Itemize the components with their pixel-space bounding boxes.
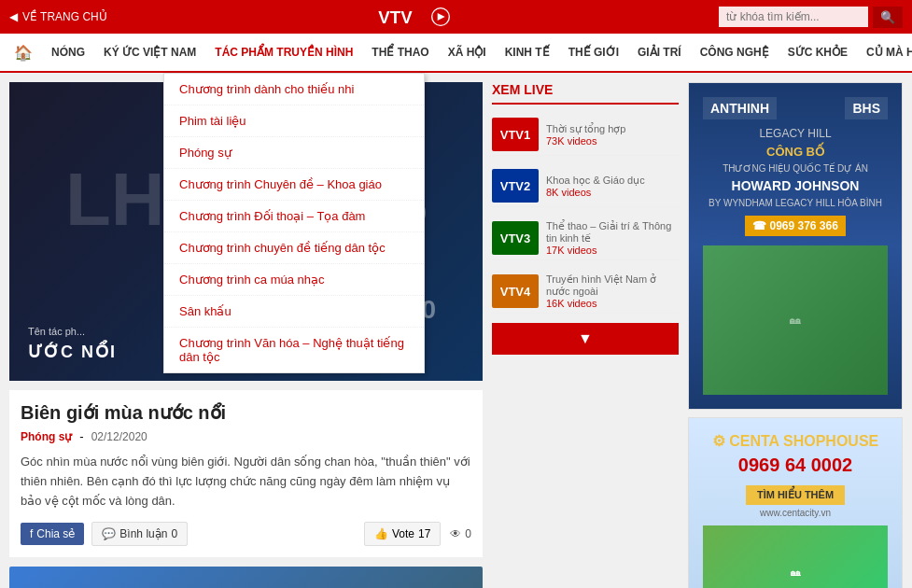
vtv2-logo: VTV2 [492,169,539,203]
main-content: LH 2020 40 NƯỚC NỔI Tên tác ph... ƯỚC NỔ… [0,73,912,588]
svg-marker-2 [438,13,445,21]
vtv1-count: 73K videos [546,135,679,147]
channel-vtv1[interactable]: VTV1 Thời sự tổng hợp 73K videos [492,114,679,156]
tac-pham-dropdown: Chương trình dành cho thiếu nhi Phim tài… [163,73,425,373]
vtv4-desc: Truyền hình Việt Nam ở nước ngoài [546,273,679,298]
bhs-image-placeholder: 🏘 [790,314,801,327]
dropdown-item-4[interactable]: Chương trình Đối thoại – Tọa đàm [164,201,424,232]
main-nav: 🏠 NÓNG KÝ ỨC VIỆT NAM TÁC PHẨM TRUYỀN HÌ… [0,34,912,73]
centa-ad-content: ⚙ CENTA SHOPHOUSE 0969 64 0002 TÌM HIỂU … [689,418,902,588]
nav-item-tac-pham[interactable]: TÁC PHẨM TRUYỀN HÌNH [205,34,362,71]
comment-count: 0 [171,527,177,540]
back-home-label: VỀ TRANG CHỦ [22,10,107,23]
centa-image: 🏘 [703,525,888,588]
nav-item-kinh-te[interactable]: KINH TẾ [496,34,559,71]
vtv2-info: Khoa học & Giáo dục 8K videos [546,175,679,198]
vtv-logo-svg: VTV [375,3,450,31]
nav-item-suc-khoe[interactable]: SỨC KHỎE [779,34,857,71]
search-input[interactable] [719,7,868,27]
dropdown-item-0[interactable]: Chương trình dành cho thiếu nhi [164,74,424,105]
channel-vtv3[interactable]: VTV3 Thể thao – Giải trí & Thông tin kin… [492,217,679,260]
nav-home[interactable]: 🏠 [5,34,42,71]
article-actions: f Chia sẻ 💬 Bình luận 0 👍 Vote 17 👁 [21,522,471,546]
chevron-down-icon: ▼ [578,330,593,347]
view-icon: 👁 [450,527,461,540]
nav-item-xa-hoi[interactable]: XÃ HỘI [439,34,496,71]
centa-ad[interactable]: ⚙ CENTA SHOPHOUSE 0969 64 0002 TÌM HIỂU … [688,417,903,588]
vote-icon: 👍 [374,527,388,540]
article-date: 02/12/2020 [91,430,147,443]
nav-item-cong-nghe[interactable]: CÔNG NGHỆ [691,34,779,71]
dropdown-item-6[interactable]: Chương trình ca múa nhạc [164,264,424,296]
comment-button[interactable]: 💬 Bình luận 0 [91,522,188,546]
back-arrow-icon: ◀ [9,10,18,23]
scroll-down-button[interactable]: ▼ [492,323,679,355]
bhs-logo: BHS [845,97,888,119]
share-button[interactable]: f Chia sẻ [21,523,84,545]
article-category[interactable]: Phóng sự [21,430,72,443]
vtv2-count: 8K videos [546,187,679,198]
share-label: Chia sẻ [36,527,75,540]
article-meta: Phóng sự - 02/12/2020 [21,429,471,443]
dropdown-item-7[interactable]: Sân khấu [164,296,424,328]
vtv-logo[interactable]: VTV [375,3,450,31]
view-count: 👁 0 [450,527,471,540]
bhs-ad[interactable]: ANTHINH BHS LEGACY HILL CÔNG BỐ THƯƠNG H… [688,82,903,410]
nav-item-the-gioi[interactable]: THẾ GIỚI [559,34,628,71]
search-button[interactable]: 🔍 [873,7,903,28]
video-watermark: LH [65,157,165,243]
howard-johnson-name: HOWARD JOHNSON [703,178,888,193]
channel-vtv4[interactable]: VTV4 Truyền hình Việt Nam ở nước ngoài 1… [492,270,679,314]
comment-label: Bình luận [119,527,167,540]
view-number: 0 [465,527,471,540]
nav-item-giai-tri[interactable]: GIẢI TRÍ [628,34,691,71]
dropdown-item-8[interactable]: Chương trình Văn hóa – Nghệ thuật tiếng … [164,328,424,372]
bhs-subtitle1: THƯƠNG HIỆU QUỐC TẾ DỰ ÁN [703,163,888,174]
nav-item-nong[interactable]: NÓNG [42,34,94,71]
article-description: Góc nhìn mùa nước nổi vùng biên giới. Ng… [21,453,471,511]
vtv4-info: Truyền hình Việt Nam ở nước ngoài 16K vi… [546,273,679,309]
header: ◀ VỀ TRANG CHỦ VTV 🔍 [0,0,912,34]
bhs-logos: ANTHINH BHS [703,97,888,119]
article-title: Biên giới mùa nước nổi [21,401,471,424]
dropdown-item-5[interactable]: Chương trình chuyên đề tiếng dân tộc [164,232,424,264]
dropdown-item-1[interactable]: Phim tài liệu [164,105,424,137]
svg-text:VTV: VTV [379,7,414,27]
dropdown-item-3[interactable]: Chương trình Chuyên đề – Khoa giáo [164,169,424,201]
dropdown-item-2[interactable]: Phóng sự [164,137,424,169]
centa-btn[interactable]: TÌM HIỂU THÊM [746,485,845,505]
vtv3-count: 17K videos [546,245,679,256]
bhs-ad-content: ANTHINH BHS LEGACY HILL CÔNG BỐ THƯƠNG H… [689,83,902,409]
vtv4-count: 16K videos [546,298,679,309]
anthinh-logo: ANTHINH [703,97,777,119]
xem-live-title: XEM LIVE [492,82,679,105]
vtv4-logo: VTV4 [492,274,539,308]
vtv3-desc: Thể thao – Giải trí & Thông tin kinh tế [546,220,679,245]
bhs-phone: ☎ 0969 376 366 [745,216,846,236]
centa-logo: ⚙ CENTA SHOPHOUSE [703,432,888,450]
ad-sidebar: ANTHINH BHS LEGACY HILL CÔNG BỐ THƯƠNG H… [688,82,903,588]
thumbnail-preview[interactable] [9,567,483,588]
vote-label: Vote [392,527,414,540]
channel-vtv2[interactable]: VTV2 Khoa học & Giáo dục 8K videos [492,165,679,207]
legacy-hill-label: LEGACY HILL [703,127,888,140]
comment-icon: 💬 [102,527,116,540]
actions-right: 👍 Vote 17 👁 0 [364,522,471,546]
cong-bo-title: CÔNG BỐ [703,145,888,159]
centa-phone: 0969 64 0002 [703,455,888,476]
search-area: 🔍 [719,7,903,28]
meta-separator: - [79,429,83,443]
vtv3-info: Thể thao – Giải trí & Thông tin kinh tế … [546,220,679,256]
bhs-image: 🏘 [703,245,888,395]
back-home-btn[interactable]: ◀ VỀ TRANG CHỦ [9,10,107,23]
vtv2-desc: Khoa học & Giáo dục [546,175,679,187]
centa-url: www.centacity.vn [703,508,888,518]
nav-item-cu-ma-hay[interactable]: CỦ MÀ HAY [857,34,912,71]
vtv1-logo: VTV1 [492,118,539,151]
vote-count: 17 [418,527,430,540]
nav-item-the-thao[interactable]: THỂ THAO [362,34,438,71]
nav-item-ky-uc[interactable]: KÝ ỨC VIỆT NAM [94,34,205,71]
article-block: Biên giới mùa nước nổi Phóng sự - 02/12/… [9,390,483,557]
vtv1-desc: Thời sự tổng hợp [546,123,679,135]
vote-button[interactable]: 👍 Vote 17 [364,522,441,546]
